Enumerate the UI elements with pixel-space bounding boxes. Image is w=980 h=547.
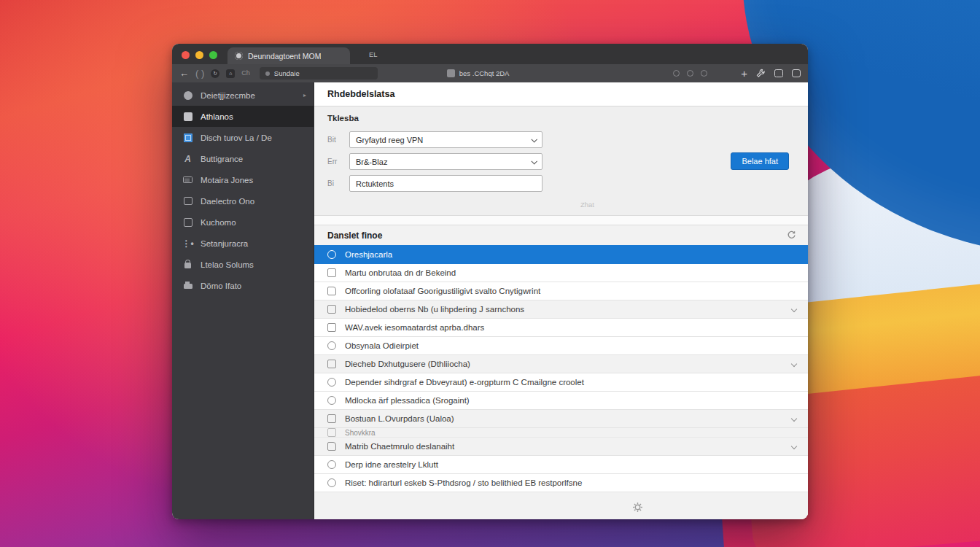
gear-icon[interactable] [632,502,643,513]
settings-form-panel: Tklesba Bit Gryfaytd reeg VPN Err Br&-Bl… [314,106,808,216]
list-item-label: Mdlocka ärf plessadica (Srogaint) [345,396,470,405]
browser-tab-secondary[interactable]: EL [350,50,378,64]
upload-icon [327,396,336,405]
list-footer [314,494,808,519]
sidebar-item-grid[interactable]: Daelectro Ono [172,190,314,212]
list-item-label: Bostuan L.Ovurpdars (Ualoa) [345,414,454,423]
vpn-type-select[interactable]: Gryfaytd reeg VPN [349,131,542,148]
name-input[interactable] [349,175,542,192]
list-item-expandable[interactable]: Hobiedelod oberns Nb (u lihpdering J sar… [314,300,808,319]
list-item-expandable[interactable]: Matrib Chaetmrulo deslanaiht [314,438,808,456]
sidebar-item-label: Deietjjizecmbe [201,91,255,100]
list-item[interactable]: Derp idne arestelry Lklutt [314,456,808,474]
printer-icon [183,281,192,290]
list-item[interactable]: Riset: hdirarturl eskeb S-Pthdsrog / sto… [314,474,808,492]
list-item[interactable]: WAV.avek iesomaatardst aprba.dhars [314,319,808,337]
list-item-expandable[interactable]: Diecheb Dxhutgusere (Dthliiocha) [314,355,808,373]
extension-icon[interactable] [701,70,707,77]
share-icon[interactable] [774,69,783,77]
page-icon [447,69,455,77]
address-bar[interactable]: Sundaie [260,67,378,79]
globe-icon [327,341,336,350]
browser-window: Deunndagtoent MOM EL ← ( ) ↻ ⌂ Ch Sundai… [172,44,808,519]
message-icon [327,323,336,332]
sidebar-item-tools[interactable]: ⋮• Setanjuracra [172,233,314,254]
history-icon [327,460,336,469]
close-window-button[interactable] [182,51,190,59]
minimize-window-button[interactable] [195,51,203,59]
forward-icon[interactable]: ( ) [195,69,204,78]
sidebar-item-label: Dömo Ifato [201,282,241,290]
sidebar-item-cards[interactable]: Motaira Jones [172,169,314,190]
settings-list-section: Danslet finoe Oreshjacarla Martu onbruta… [314,225,808,519]
extension-icon[interactable] [687,70,693,77]
app-icon [183,217,192,227]
lock-icon [183,260,192,269]
sidebar-item-appearance[interactable]: A Buttigrance [172,148,314,169]
back-icon[interactable]: ← [179,69,189,78]
zoom-window-button[interactable] [209,51,217,59]
sidebar-item-display[interactable]: Disch turov La / De [172,127,314,148]
page-title: Rhdebdelslatsa [327,89,394,99]
chevron-down-icon[interactable] [791,306,797,312]
list-item-selected[interactable]: Oreshjacarla [314,245,808,264]
list-item[interactable]: Martu onbrutaa dn dr Bekeind [314,264,808,282]
globe-icon [183,90,192,100]
sidebar-item-apps[interactable]: Kuchomo [172,212,314,233]
list-header-title: Danslet finoe [327,230,382,241]
window-controls [172,51,228,64]
browser-tab-active[interactable]: Deunndagtoent MOM [228,47,350,64]
sidebar-item-label: Ltelao Solums [201,260,254,269]
sidebar-item-active[interactable]: Athlanos [172,106,314,127]
list-item[interactable]: Mdlocka ärf plessadica (Srogaint) [314,392,808,410]
list-item[interactable]: Obsynala Odieirpiet [314,337,808,355]
sidebar-item-general[interactable]: Deietjjizecmbe ▸ [172,85,314,106]
archive-icon [327,360,336,368]
tab-title: Deunndagtoent MOM [248,52,321,61]
document-icon [327,442,336,451]
list-item-label: Oreshjacarla [345,250,392,259]
list-item-label: Offcorling olofataaf Goorigustiligivt sv… [345,287,540,295]
list-header: Danslet finoe [314,225,808,245]
clipboard-icon [327,414,336,423]
form-row: Bi [327,175,795,192]
list-item-label: Martu onbrutaa dn dr Bekeind [345,268,456,277]
browser-toolbar: ← ( ) ↻ ⌂ Ch Sundaie bes .CChqt 2DA + [172,64,808,82]
sidebar-item-security[interactable]: Ltelao Solums [172,254,314,275]
extension-icons[interactable] [673,70,707,77]
field-hint: Zhat [580,201,594,209]
list-item-label: Shovkkra [345,429,376,437]
tab-favicon-icon [235,52,243,60]
reload-icon[interactable]: ↻ [211,69,219,78]
site-info-icon[interactable] [265,71,270,76]
list-item[interactable]: Depender sihdrgraf e Dbveyraut) e-orgptu… [314,373,808,392]
list-item-partial[interactable]: Shovkkra [314,428,808,438]
customize-wrench-icon[interactable] [756,69,766,78]
chevron-right-icon: ▸ [303,92,306,98]
document-icon [327,287,336,295]
list-item-label: Matrib Chaetmrulo deslanaiht [345,442,454,451]
list-item-label: Derp idne arestelry Lklutt [345,460,438,469]
square-icon [327,428,336,437]
home-icon[interactable]: ⌂ [226,69,235,78]
list-item-expandable[interactable]: Bostuan L.Ovurpdars (Ualoa) [314,410,808,428]
list-item[interactable]: Offcorling olofataaf Goorigustiligivt sv… [314,282,808,300]
address-bar-text: Sundaie [274,69,300,77]
profile-icon[interactable] [792,69,801,77]
form-row: Bit Gryfaytd reeg VPN [327,131,795,148]
card-icon [183,175,192,185]
submit-button[interactable]: Belae hfat [731,152,789,170]
extension-icon[interactable] [673,70,680,77]
refresh-icon[interactable] [787,230,796,240]
chevron-down-icon[interactable] [791,443,797,449]
list-item-label: Hobiedelod oberns Nb (u lihpdering J sar… [345,305,524,314]
chevron-down-icon[interactable] [791,361,797,367]
secondary-url-text: bes .CChqt 2DA [459,69,510,77]
folder-icon [327,305,336,314]
sidebar-item-printing[interactable]: Dömo Ifato [172,275,314,296]
chevron-down-icon[interactable] [791,416,797,422]
field-label: Bit [327,136,349,144]
page-header: Rhdebdelslatsa [314,82,808,106]
new-tab-icon[interactable]: + [741,68,747,79]
mode-select[interactable]: Br&-Blaz [349,153,542,170]
